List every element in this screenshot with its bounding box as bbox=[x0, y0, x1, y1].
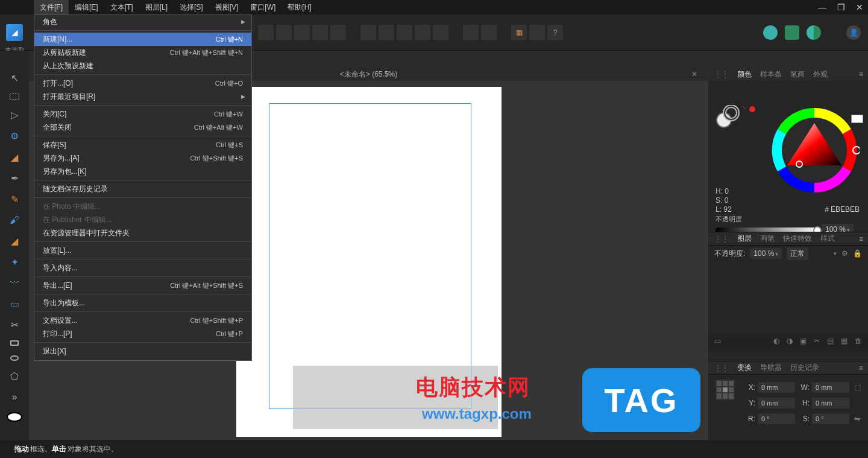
panel-grip-icon[interactable]: ⋮⋮ bbox=[714, 70, 729, 78]
layer-opacity-value[interactable]: 100 %▾ bbox=[750, 248, 782, 259]
eyedropper[interactable]: ⸌ bbox=[742, 105, 755, 113]
blend-mode-select[interactable]: 正常 bbox=[787, 247, 808, 260]
toolbar-btn[interactable] bbox=[360, 25, 376, 40]
help-toggle-icon[interactable]: ? bbox=[547, 25, 563, 40]
toolbar-btn[interactable] bbox=[330, 25, 346, 40]
w-field[interactable]: 0 mm bbox=[812, 382, 849, 393]
tab-close-icon[interactable]: ✕ bbox=[691, 70, 697, 78]
crop-layer-icon[interactable]: ✂ bbox=[814, 337, 820, 345]
minimize-icon[interactable]: — bbox=[818, 2, 826, 12]
persona-pixel-icon[interactable] bbox=[785, 25, 799, 40]
menu-help[interactable]: 帮助[H] bbox=[281, 0, 317, 14]
toolbar-btn[interactable] bbox=[294, 25, 310, 40]
toolbar-btn[interactable] bbox=[276, 25, 292, 40]
pencil-tool-icon[interactable]: ✎ bbox=[8, 194, 21, 205]
fx-icon[interactable]: ◑ bbox=[787, 337, 793, 345]
close-icon[interactable]: ✕ bbox=[856, 2, 863, 12]
tab-styles[interactable]: 样式 bbox=[820, 234, 835, 244]
artboard-tool-icon[interactable] bbox=[10, 94, 19, 100]
more-tools-icon[interactable]: » bbox=[8, 392, 21, 402]
toolbar-btn[interactable] bbox=[463, 25, 479, 40]
menu-open[interactable]: 打开...[O]Ctrl 键+O bbox=[34, 77, 251, 90]
persona-export-icon[interactable] bbox=[807, 25, 821, 40]
menu-save[interactable]: 保存[S]Ctrl 键+S bbox=[34, 138, 251, 151]
menu-open-recent[interactable]: 打开最近项目[R]▶ bbox=[34, 90, 251, 103]
fill-stroke-selector[interactable] bbox=[715, 105, 740, 131]
panel-menu-icon[interactable]: ≡ bbox=[859, 70, 863, 78]
lock-icon[interactable]: 🔒 bbox=[853, 249, 862, 258]
toolbar-btn[interactable] bbox=[415, 25, 430, 40]
contour-tool-icon[interactable]: ⚙ bbox=[8, 130, 21, 142]
menu-text[interactable]: 文本[T] bbox=[104, 0, 139, 14]
tab-transform[interactable]: 变换 bbox=[737, 363, 752, 373]
menu-edit[interactable]: 编辑[E] bbox=[69, 0, 104, 14]
menu-reveal-in-explorer[interactable]: 在资源管理器中打开文件夹 bbox=[34, 226, 251, 240]
hex-readout[interactable]: # EBEBEB bbox=[825, 205, 860, 214]
menu-select[interactable]: 选择[S] bbox=[174, 0, 209, 14]
menu-print[interactable]: 打印...[P]Ctrl 键+P bbox=[34, 327, 251, 340]
crop-tool-icon[interactable]: ✂ bbox=[8, 319, 21, 331]
maximize-icon[interactable]: ❐ bbox=[837, 2, 845, 12]
snap-icon[interactable]: ▦ bbox=[511, 25, 527, 40]
tab-effects[interactable]: 快速特效 bbox=[783, 234, 812, 244]
menu-export[interactable]: 导出...[E]Ctrl 键+Alt 键+Shift 键+S bbox=[34, 279, 251, 292]
menu-new[interactable]: 新建[N]...Ctrl 键+N bbox=[34, 33, 251, 46]
brush-tool-icon[interactable]: 🖌 bbox=[8, 215, 21, 226]
place-image-tool-icon[interactable]: ▭ bbox=[8, 298, 21, 310]
tab-navigator[interactable]: 导航器 bbox=[760, 363, 782, 373]
panel-menu-icon[interactable]: ≡ bbox=[859, 235, 863, 243]
foreground-color-swatch[interactable] bbox=[7, 412, 22, 422]
tab-layers[interactable]: 图层 bbox=[737, 234, 752, 244]
menu-place[interactable]: 放置[L]... bbox=[34, 244, 251, 257]
fill-tool-icon[interactable]: ◢ bbox=[8, 235, 21, 247]
menu-file[interactable]: 文件[F] bbox=[34, 0, 69, 14]
tab-color[interactable]: 颜色 bbox=[737, 69, 752, 80]
toolbar-btn[interactable] bbox=[397, 25, 412, 40]
menu-import-content[interactable]: 导入内容... bbox=[34, 261, 251, 275]
menu-close[interactable]: 关闭[C]Ctrl 键+W bbox=[34, 107, 251, 121]
tab-swatches[interactable]: 样本条 bbox=[760, 69, 782, 80]
menu-doc-setup[interactable]: 文档设置...Ctrl 键+Shift 键+P bbox=[34, 314, 251, 327]
rectangle-tool-icon[interactable] bbox=[10, 340, 19, 346]
y-field[interactable]: 0 mm bbox=[758, 398, 795, 409]
menu-save-package[interactable]: 另存为包...[K] bbox=[34, 165, 251, 178]
link-wh-icon[interactable]: ⬚ bbox=[854, 383, 861, 392]
node-tool-icon[interactable]: ▷ bbox=[8, 109, 21, 121]
menu-persona[interactable]: 角色▶ bbox=[34, 15, 251, 28]
fx2-icon[interactable]: ▣ bbox=[800, 337, 807, 345]
add-pixel-layer-icon[interactable]: ▦ bbox=[841, 337, 848, 345]
adjustment-icon[interactable]: ◐ bbox=[773, 337, 779, 345]
s-field[interactable]: 0 ° bbox=[812, 413, 849, 424]
corner-tool-icon[interactable]: ◢ bbox=[8, 151, 21, 163]
menu-layer[interactable]: 图层[L] bbox=[139, 0, 174, 14]
panel-grip-icon[interactable]: ⋮⋮ bbox=[714, 235, 729, 243]
x-field[interactable]: 0 mm bbox=[758, 382, 795, 393]
h-field[interactable]: 0 mm bbox=[812, 398, 849, 409]
add-layer-icon[interactable]: ▤ bbox=[827, 337, 834, 345]
menu-window[interactable]: 窗口[W] bbox=[244, 0, 281, 14]
r-field[interactable]: 0 ° bbox=[758, 413, 795, 424]
menu-save-history[interactable]: 随文档保存历史记录 bbox=[34, 182, 251, 196]
tab-history[interactable]: 历史记录 bbox=[790, 363, 819, 373]
color-wheel[interactable] bbox=[769, 105, 860, 196]
toolbar-btn[interactable] bbox=[379, 25, 394, 40]
menu-exit[interactable]: 退出[X] bbox=[34, 345, 251, 358]
menu-view[interactable]: 视图[V] bbox=[209, 0, 245, 14]
toolbar-btn[interactable] bbox=[433, 25, 448, 40]
panel-grip-icon[interactable]: ⋮⋮ bbox=[714, 364, 729, 372]
flip-icon[interactable]: ⇋ bbox=[854, 415, 860, 423]
tab-appearance[interactable]: 外观 bbox=[813, 69, 828, 80]
ellipse-tool-icon[interactable] bbox=[10, 355, 19, 361]
persona-designer-icon[interactable] bbox=[763, 25, 778, 40]
vector-brush-tool-icon[interactable]: 〰 bbox=[8, 278, 21, 288]
account-icon[interactable]: 👤 bbox=[846, 25, 861, 40]
tab-close-icon[interactable]: ✕ bbox=[385, 70, 391, 78]
anchor-selector[interactable] bbox=[715, 380, 735, 400]
pen-tool-icon[interactable]: ✒ bbox=[8, 173, 21, 184]
toolbar-btn[interactable] bbox=[481, 25, 497, 40]
tab-stroke[interactable]: 笔画 bbox=[790, 69, 805, 80]
polygon-tool-icon[interactable]: ⬠ bbox=[8, 371, 21, 382]
panel-menu-icon[interactable]: ≡ bbox=[859, 364, 863, 372]
toolbar-btn[interactable] bbox=[258, 25, 274, 40]
menu-export-template[interactable]: 导出为模板... bbox=[34, 296, 251, 310]
